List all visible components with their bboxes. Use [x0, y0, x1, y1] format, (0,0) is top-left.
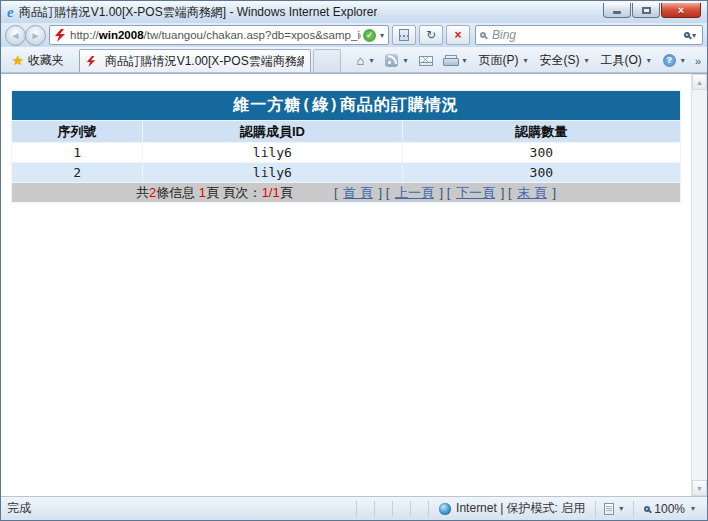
status-text: 完成: [7, 500, 356, 517]
menu-tools-dropdown-icon: ▾: [645, 56, 653, 65]
pagination-text: 共: [136, 185, 149, 200]
pagination-summary: 共2條信息 1頁 頁次：1/1頁: [136, 185, 293, 200]
favorites-button[interactable]: ★ 收藏夹: [3, 49, 73, 72]
minimize-icon: [613, 11, 621, 14]
read-mail-button[interactable]: [415, 54, 437, 68]
address-bar[interactable]: http://win2008/tw/tuangou/chakan.asp?db=…: [49, 25, 389, 45]
stop-button[interactable]: ×: [446, 25, 470, 45]
bracket: [: [334, 185, 338, 200]
security-badge-icon: ✓: [363, 29, 376, 42]
zoom-icon: [644, 506, 650, 512]
cell-qty: 300: [402, 163, 680, 183]
help-icon: ?: [663, 54, 676, 67]
printer-icon: [443, 55, 457, 66]
order-table: 維一方糖(綠)商品的訂購情況 序列號 認購成員ID 認購數量 1 lily6 3…: [11, 90, 681, 203]
menu-page[interactable]: 页面(P) ▾: [474, 50, 533, 71]
pagination-text: 頁: [280, 185, 293, 200]
favorites-label: 收藏夹: [28, 52, 64, 69]
refresh-icon: ↻: [426, 28, 436, 42]
tab-favicon: [86, 56, 96, 67]
bracket: ]: [378, 185, 382, 200]
print-dropdown-icon: ▾: [460, 56, 468, 65]
pagination-current: 1/1: [262, 185, 280, 200]
url-text: http://win2008/tw/tuangou/chakan.asp?db=…: [70, 29, 361, 41]
bracket: [: [447, 185, 451, 200]
security-zone: Internet | 保护模式: 启用: [428, 501, 595, 517]
toolbar-overflow-chevron[interactable]: »: [693, 55, 703, 67]
cell-member: lily6: [143, 143, 403, 163]
window-title: 商品訂購情況V1.00[X-POS雲端商務網] - Windows Intern…: [19, 4, 378, 21]
last-page-link[interactable]: 末 頁: [517, 185, 547, 200]
pagination-text: 條信息: [156, 185, 199, 200]
scroll-up-icon[interactable]: ▲: [692, 74, 707, 90]
maximize-button[interactable]: [632, 3, 660, 18]
help-dropdown-icon: ▾: [679, 56, 687, 65]
site-favicon: [54, 29, 66, 42]
zoom-control[interactable]: 100% ▾: [633, 501, 701, 517]
tab-toolbar: ★ 收藏夹 商品訂購情況V1.00[X-POS雲端商務網] ⌂ ▾ ▾: [1, 47, 707, 73]
help-button[interactable]: ? ▾: [659, 52, 691, 69]
url-path: /tw/tuangou/chakan.asp?db=xpos&samp_id=3…: [144, 29, 361, 41]
address-dropdown-icon[interactable]: ▾: [378, 31, 386, 40]
forward-icon: ►: [31, 30, 41, 41]
command-bar: ⌂ ▾ ▾ ▾ 页面(P) ▾ 安全(S) ▾ 工: [353, 49, 705, 72]
menu-safety[interactable]: 安全(S) ▾: [536, 50, 595, 71]
zone-text: Internet | 保护模式: 启用: [456, 500, 585, 517]
menu-safety-label: 安全(S): [540, 52, 580, 69]
status-pane: [410, 501, 428, 517]
next-page-link[interactable]: 下一頁: [456, 185, 495, 200]
new-tab-button[interactable]: [313, 49, 341, 72]
window-controls: ×: [602, 3, 701, 18]
cell-seq: 1: [12, 143, 143, 163]
navigation-bar: ◄ ► http://win2008/tw/tuangou/chakan.asp…: [1, 23, 707, 47]
close-button[interactable]: ×: [661, 3, 701, 18]
print-button[interactable]: ▾: [439, 53, 472, 68]
page-safety-button[interactable]: ▾: [595, 501, 633, 517]
table-header-row: 序列號 認購成員ID 認購數量: [12, 121, 681, 143]
status-pane: [356, 501, 374, 517]
refresh-button[interactable]: ↻: [419, 25, 443, 45]
minimize-button[interactable]: [603, 3, 631, 18]
cell-member: lily6: [143, 163, 403, 183]
search-icon: [480, 32, 486, 38]
menu-tools[interactable]: 工具(O) ▾: [597, 50, 657, 71]
table-row: 2 lily6 300: [12, 163, 681, 183]
home-icon: ⌂: [357, 53, 365, 68]
cell-qty: 300: [402, 143, 680, 163]
table-title: 維一方糖(綠)商品的訂購情況: [12, 91, 681, 121]
column-header-seq: 序列號: [12, 121, 143, 143]
zoom-level: 100%: [654, 502, 685, 516]
title-bar[interactable]: e 商品訂購情況V1.00[X-POS雲端商務網] - Windows Inte…: [1, 1, 707, 23]
home-dropdown-icon: ▾: [367, 56, 375, 65]
browser-viewport: 維一方糖(綠)商品的訂購情況 序列號 認購成員ID 認購數量 1 lily6 3…: [1, 73, 707, 496]
globe-icon: [439, 503, 451, 515]
maximize-icon: [642, 7, 651, 14]
status-pane: [374, 501, 392, 517]
bracket: [: [386, 185, 390, 200]
home-button[interactable]: ⌂ ▾: [353, 51, 380, 70]
feeds-button[interactable]: ▾: [381, 52, 413, 69]
search-box[interactable]: Bing ▾: [475, 25, 703, 45]
vertical-scrollbar[interactable]: ▲ ▼: [691, 74, 707, 496]
menu-page-dropdown-icon: ▾: [521, 56, 529, 65]
table-row: 1 lily6 300: [12, 143, 681, 163]
back-button[interactable]: ◄: [5, 25, 26, 46]
pagination-text: 頁 頁次：: [206, 185, 262, 200]
url-protocol: http://: [70, 29, 99, 41]
menu-safety-dropdown-icon: ▾: [583, 56, 591, 65]
compatibility-view-button[interactable]: [392, 25, 416, 45]
scroll-down-icon[interactable]: ▼: [692, 480, 707, 496]
column-header-qty: 認購數量: [402, 121, 680, 143]
search-go-icon[interactable]: [684, 32, 690, 38]
bracket: [: [508, 185, 512, 200]
pagination-bar: 共2條信息 1頁 頁次：1/1頁 [ 首 頁 ] [ 上一頁 ] [ 下一頁 ]…: [12, 183, 681, 203]
prev-page-link[interactable]: 上一頁: [395, 185, 434, 200]
cell-seq: 2: [12, 163, 143, 183]
bracket: ]: [501, 185, 505, 200]
first-page-link[interactable]: 首 頁: [343, 185, 373, 200]
active-tab[interactable]: 商品訂購情況V1.00[X-POS雲端商務網]: [79, 49, 311, 72]
tab-title: 商品訂購情況V1.00[X-POS雲端商務網]: [105, 53, 304, 70]
zoom-dropdown-icon: ▾: [689, 504, 697, 513]
forward-button[interactable]: ►: [25, 25, 46, 46]
ie-logo-icon: e: [7, 5, 14, 20]
